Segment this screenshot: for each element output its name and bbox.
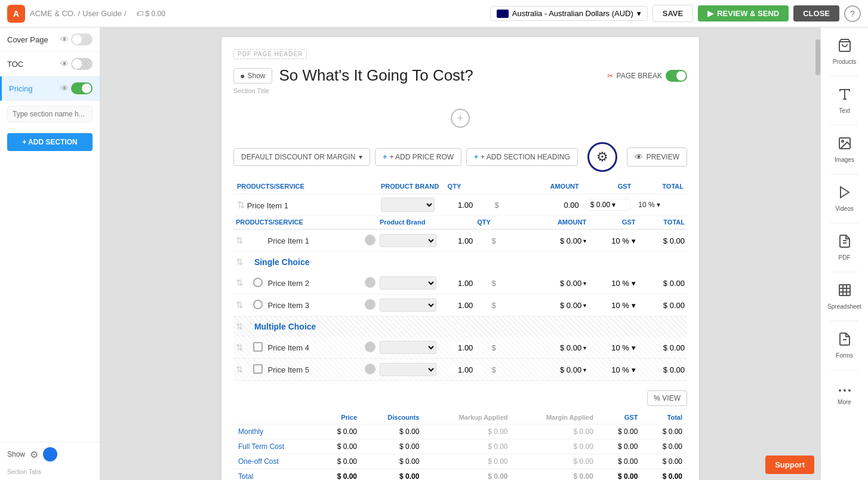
checkbox-item4[interactable] bbox=[253, 342, 263, 352]
sidebar-item-more[interactable]: More bbox=[821, 375, 868, 411]
th-total: TOTAL bbox=[638, 216, 687, 229]
amount-drop-item2[interactable]: $ 0.00 ▾ bbox=[530, 279, 586, 288]
item-icon-3[interactable] bbox=[365, 299, 375, 310]
add-section-heading-button[interactable]: + + ADD SECTION HEADING bbox=[466, 148, 578, 166]
show-button[interactable]: ● Show bbox=[233, 68, 272, 84]
brand-select-item5[interactable] bbox=[380, 363, 436, 376]
sidebar-item-pdf[interactable]: PDF bbox=[821, 228, 868, 267]
item-icon-2[interactable] bbox=[365, 277, 375, 288]
page-card: PDF PAGE HEADER ● Show So What's It Goin… bbox=[221, 37, 699, 480]
view-toggle-button[interactable]: % VIEW bbox=[647, 390, 687, 406]
brand-select-item2[interactable] bbox=[380, 276, 436, 290]
gear-settings-button[interactable]: ⚙ bbox=[587, 142, 617, 172]
gst-item4[interactable]: 10 % ▾ bbox=[611, 343, 635, 352]
section-name-input[interactable] bbox=[7, 106, 93, 122]
sidebar-item-text[interactable]: Text bbox=[821, 81, 868, 120]
sidebar-item-pricing[interactable]: Pricing 👁 bbox=[0, 76, 100, 101]
summary-row-monthly: Monthly $ 0.00 $ 0.00 $ 0.00 $ 0.00 $ 0.… bbox=[233, 424, 687, 439]
amount-drop-item4[interactable]: $ 0.00 ▾ bbox=[530, 343, 586, 352]
page-break-toggle[interactable]: ✂ PAGE BREAK bbox=[607, 70, 687, 82]
gst-dropdown-1[interactable]: 10 % ▾ bbox=[638, 201, 684, 209]
page-break-switch[interactable] bbox=[666, 70, 687, 82]
drag-icon[interactable]: ⇅ bbox=[236, 235, 244, 245]
toc-toggle[interactable] bbox=[71, 58, 93, 70]
products-label: Products bbox=[833, 59, 856, 65]
support-button[interactable]: Support bbox=[765, 456, 814, 474]
drag-icon-5[interactable]: ⇅ bbox=[236, 364, 244, 374]
right-sidebar: Products Text Images bbox=[820, 27, 868, 480]
sidebar-item-toc[interactable]: TOC 👁 bbox=[0, 52, 100, 76]
left-sidebar: Cover Page 👁 TOC 👁 Pricing 👁 + ADD SECT bbox=[0, 27, 100, 480]
qty-item5[interactable] bbox=[449, 365, 482, 374]
gst-item3[interactable]: 10 % ▾ bbox=[611, 301, 635, 310]
svg-marker-5 bbox=[841, 187, 849, 198]
add-row-circle-button[interactable]: + bbox=[451, 109, 470, 128]
checkbox-item5[interactable] bbox=[253, 364, 263, 374]
gst-item5[interactable]: 10 % ▾ bbox=[611, 365, 635, 374]
section-title[interactable]: So What's It Going To Cost? bbox=[279, 66, 600, 85]
quote-tag[interactable]: 🏷 $ 0.00 bbox=[136, 10, 165, 18]
sidebar-item-videos[interactable]: Videos bbox=[821, 179, 868, 218]
qty-item2[interactable] bbox=[449, 279, 482, 288]
videos-label: Videos bbox=[835, 205, 853, 212]
qty-input-1[interactable] bbox=[448, 201, 484, 210]
sidebar-item-cover-page[interactable]: Cover Page 👁 bbox=[0, 27, 100, 52]
images-label: Images bbox=[835, 156, 854, 163]
scroll-track[interactable] bbox=[815, 27, 820, 480]
sidebar-item-spreadsheet[interactable]: Spreadsheet bbox=[821, 277, 868, 316]
item-icon-1[interactable] bbox=[365, 235, 375, 245]
g-icon[interactable] bbox=[43, 447, 57, 461]
drag-icon-2[interactable]: ⇅ bbox=[236, 278, 244, 288]
summary-row-fullterm: Full Term Cost $ 0.00 $ 0.00 $ 0.00 $ 0.… bbox=[233, 439, 687, 454]
toc-visibility[interactable]: 👁 bbox=[60, 58, 93, 70]
brand-select-item1[interactable] bbox=[380, 234, 436, 247]
preview-button[interactable]: 👁 PREVIEW bbox=[627, 147, 687, 167]
gst-item1[interactable]: 10 % ▾ bbox=[611, 236, 635, 245]
amount-dropdown-1[interactable]: $ 0.00 ▾ bbox=[586, 199, 632, 211]
radio-item3[interactable] bbox=[253, 300, 263, 309]
qty-item1[interactable] bbox=[449, 236, 482, 245]
sum-th-label bbox=[233, 411, 318, 424]
region-selector[interactable]: Australia - Australian Dollars (AUD) ▾ bbox=[490, 6, 648, 21]
drag-multiple[interactable]: ⇅ bbox=[236, 321, 244, 331]
radio-item2[interactable] bbox=[253, 278, 263, 287]
gear-icon[interactable]: ⚙ bbox=[30, 449, 38, 460]
help-button[interactable]: ? bbox=[844, 5, 861, 22]
pricing-toggle[interactable] bbox=[71, 82, 93, 94]
amount-drop-item1[interactable]: $ 0.00 ▾ bbox=[530, 236, 586, 245]
text-icon bbox=[838, 87, 852, 105]
brand-select-item4[interactable] bbox=[380, 341, 436, 354]
review-send-button[interactable]: ▶ REVIEW & SEND bbox=[698, 5, 789, 21]
amount-drop-item3[interactable]: $ 0.00 ▾ bbox=[530, 301, 586, 310]
add-price-row-button[interactable]: + + ADD PRICE ROW bbox=[375, 148, 461, 166]
drag-handle[interactable]: ⇅ bbox=[237, 200, 245, 210]
brand-select-1[interactable] bbox=[381, 198, 435, 212]
col-header-amount: AMOUNT bbox=[504, 179, 582, 194]
save-button[interactable]: SAVE bbox=[652, 5, 693, 22]
scroll-thumb[interactable] bbox=[815, 39, 820, 75]
app-logo[interactable]: A bbox=[7, 5, 25, 23]
qty-item3[interactable] bbox=[449, 301, 482, 310]
sidebar-item-products[interactable]: Products bbox=[821, 32, 868, 71]
cover-page-visibility[interactable]: 👁 bbox=[60, 33, 93, 45]
drag-icon-4[interactable]: ⇅ bbox=[236, 342, 244, 352]
qty-item4[interactable] bbox=[449, 343, 482, 352]
pricing-visibility[interactable]: 👁 bbox=[60, 82, 93, 94]
add-section-button[interactable]: + ADD SECTION bbox=[7, 133, 93, 151]
brand-select-item3[interactable] bbox=[380, 299, 436, 312]
drag-single[interactable]: ⇅ bbox=[236, 257, 244, 267]
close-button[interactable]: CLOSE bbox=[793, 5, 839, 21]
drag-icon-3[interactable]: ⇅ bbox=[236, 300, 244, 310]
gst-item2[interactable]: 10 % ▾ bbox=[611, 279, 635, 288]
cover-page-toggle[interactable] bbox=[71, 33, 93, 45]
default-discount-button[interactable]: DEFAULT DISCOUNT OR MARGIN ▾ bbox=[233, 148, 370, 166]
item-icon-4[interactable] bbox=[365, 341, 375, 352]
section-heading-row-single: ⇅ Single Choice bbox=[233, 252, 687, 273]
item-icon-5[interactable] bbox=[365, 364, 375, 374]
sidebar-item-forms[interactable]: Forms bbox=[821, 326, 868, 365]
col-header-total: TOTAL bbox=[635, 179, 687, 194]
plus-icon-2: + bbox=[474, 153, 478, 161]
amount-drop-item5[interactable]: $ 0.00 ▾ bbox=[530, 365, 586, 374]
sidebar-item-images[interactable]: Images bbox=[821, 130, 868, 169]
main-pricing-table: PRODUCTS/SERVICE Product Brand QTY AMOUN… bbox=[233, 216, 687, 381]
